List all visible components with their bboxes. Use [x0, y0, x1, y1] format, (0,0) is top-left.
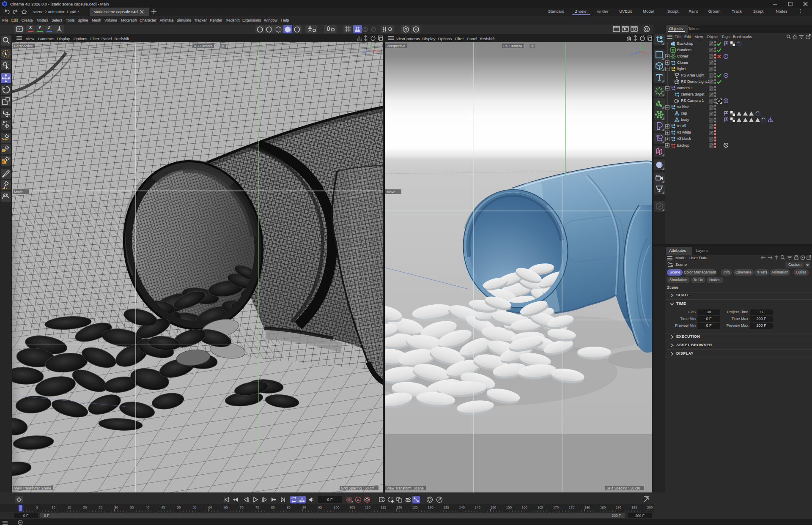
- svg-text:Grid Spacing : 50 cm: Grid Spacing : 50 cm: [606, 486, 640, 490]
- svg-text:Grid Spacing : 50 cm: Grid Spacing : 50 cm: [341, 486, 374, 490]
- svg-text:Perspective: Perspective: [387, 44, 406, 48]
- svg-text:65: 65: [224, 506, 228, 509]
- svg-text:Move: Move: [387, 190, 395, 194]
- svg-text:115: 115: [381, 506, 386, 509]
- svg-text:165: 165: [538, 506, 543, 509]
- svg-text:RS Camera 1: RS Camera 1: [503, 44, 525, 48]
- svg-text:95: 95: [318, 506, 322, 509]
- svg-text:A: A: [301, 497, 303, 500]
- svg-text:View Transform: Scene: View Transform: Scene: [387, 486, 424, 490]
- svg-text:60: 60: [208, 506, 212, 509]
- svg-text:A: A: [414, 27, 417, 32]
- svg-text:30: 30: [114, 506, 118, 509]
- svg-text:80: 80: [271, 506, 275, 509]
- svg-text:View Transform: Scene: View Transform: Scene: [14, 486, 51, 490]
- svg-text:140: 140: [459, 506, 465, 509]
- svg-text:180: 180: [584, 506, 590, 509]
- svg-text:155: 155: [506, 506, 512, 509]
- svg-text:X: X: [647, 52, 650, 56]
- svg-text:100: 100: [334, 506, 340, 509]
- svg-text:35: 35: [130, 506, 134, 509]
- svg-text:135: 135: [443, 506, 449, 509]
- svg-text:55: 55: [193, 506, 197, 509]
- svg-text:145: 145: [475, 506, 481, 509]
- svg-text:20: 20: [83, 506, 87, 509]
- svg-text:40: 40: [145, 506, 149, 509]
- svg-text:Y: Y: [639, 42, 642, 46]
- svg-text:Z: Z: [631, 52, 633, 56]
- svg-text:85: 85: [287, 506, 291, 509]
- svg-text:45: 45: [161, 506, 165, 509]
- svg-text:70: 70: [240, 506, 244, 509]
- svg-text:110: 110: [365, 506, 370, 509]
- svg-text:200: 200: [647, 506, 653, 509]
- svg-text:125: 125: [412, 506, 418, 509]
- svg-text:105: 105: [349, 506, 355, 509]
- svg-text:75: 75: [255, 506, 259, 509]
- svg-text:A: A: [357, 498, 359, 502]
- svg-text:Perspective: Perspective: [14, 44, 33, 48]
- svg-text:120: 120: [396, 506, 402, 509]
- svg-text:RS Camera 1: RS Camera 1: [194, 44, 216, 48]
- svg-text:Move: Move: [14, 190, 23, 194]
- svg-text:5: 5: [36, 506, 38, 509]
- svg-text:15: 15: [67, 506, 71, 509]
- svg-text:130: 130: [428, 506, 433, 509]
- svg-text:170: 170: [553, 506, 559, 509]
- svg-text:25: 25: [99, 506, 102, 509]
- svg-text:150: 150: [491, 506, 497, 509]
- svg-text:190: 190: [616, 506, 622, 509]
- svg-text:175: 175: [569, 506, 575, 509]
- svg-text:195: 195: [631, 506, 637, 509]
- svg-text:0: 0: [20, 506, 22, 509]
- svg-text:10: 10: [52, 506, 55, 509]
- svg-text:160: 160: [522, 506, 528, 509]
- svg-text:50: 50: [177, 506, 181, 509]
- svg-text:185: 185: [600, 506, 606, 509]
- svg-text:90: 90: [302, 506, 306, 509]
